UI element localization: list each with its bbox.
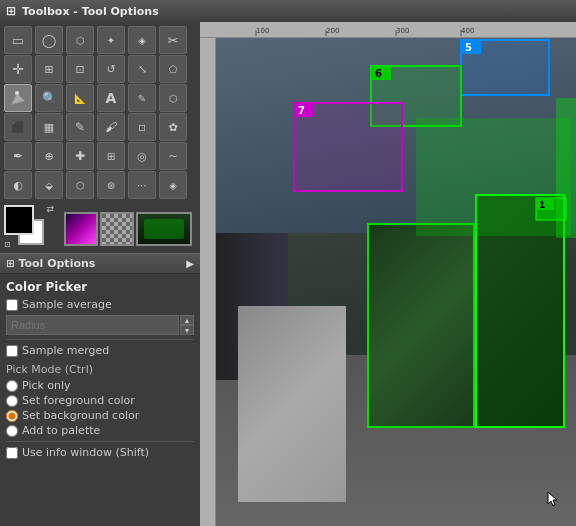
- sample-merged-label: Sample merged: [22, 344, 109, 357]
- color-picker-title: Color Picker: [6, 280, 194, 294]
- eraser-tool[interactable]: ▫: [128, 113, 156, 141]
- ruler-left: [200, 38, 216, 526]
- main-area: ▭ ◯ ⬡ ✦ ◈ ✂ ✛ ⊞ ⊡ ↺ ⤡ ⬠ 🔍 📐 A ✎ ⬡: [0, 22, 576, 526]
- pattern-swatches: [60, 209, 196, 249]
- set-fg-label: Set foreground color: [22, 394, 135, 407]
- heal-tool[interactable]: ✚: [66, 142, 94, 170]
- paintbrush-tool[interactable]: 🖌: [97, 113, 125, 141]
- ink-tool[interactable]: ✒: [4, 142, 32, 170]
- pick-only-radio[interactable]: [6, 380, 18, 392]
- sample-average-label: Sample average: [22, 298, 112, 311]
- clone-tool[interactable]: ⊕: [35, 142, 63, 170]
- add-palette-radio[interactable]: [6, 425, 18, 437]
- select-by-color-tool[interactable]: ◈: [128, 26, 156, 54]
- pick-mode-label: Pick Mode (Ctrl): [6, 363, 194, 376]
- svg-point-0: [15, 91, 19, 95]
- titlebar-title: Toolbox - Tool Options: [22, 5, 159, 18]
- radius-input[interactable]: [6, 315, 179, 335]
- scissors-select-tool[interactable]: ✂: [159, 26, 187, 54]
- color-picker-tool[interactable]: [4, 84, 32, 112]
- header-left: ⊞ Tool Options: [6, 257, 95, 270]
- sample-merged-checkbox[interactable]: [6, 345, 18, 357]
- rotate-tool[interactable]: ↺: [97, 55, 125, 83]
- tool-placeholder-4[interactable]: ⋯: [128, 171, 156, 199]
- perspective-clone-tool[interactable]: ⊞: [97, 142, 125, 170]
- tool-placeholder-2[interactable]: ⬡: [66, 171, 94, 199]
- pick-only-row: Pick only: [6, 379, 194, 392]
- set-fg-row: Set foreground color: [6, 394, 194, 407]
- toolbox-panel: ▭ ◯ ⬡ ✦ ◈ ✂ ✛ ⊞ ⊡ ↺ ⤡ ⬠ 🔍 📐 A ✎ ⬡: [0, 22, 200, 526]
- tool-options-icon: ⊞: [6, 258, 14, 269]
- foreground-color-swatch[interactable]: [4, 205, 34, 235]
- smudge-tool[interactable]: ~: [159, 142, 187, 170]
- set-fg-radio[interactable]: [6, 395, 18, 407]
- radius-row: ▲ ▼: [6, 315, 194, 335]
- foreground-pattern-swatch[interactable]: [64, 212, 98, 246]
- active-brush-swatch[interactable]: [136, 212, 192, 246]
- set-bg-radio[interactable]: [6, 410, 18, 422]
- set-bg-row: Set background color: [6, 409, 194, 422]
- color-area: ⇄ ⊡: [0, 203, 200, 253]
- rect-select-tool[interactable]: ▭: [4, 26, 32, 54]
- divider-1: [6, 339, 194, 340]
- paths-tool[interactable]: ⬡: [159, 84, 187, 112]
- sample-merged-row: Sample merged: [6, 344, 194, 357]
- ruler-top: 100 200 300 400: [200, 22, 576, 38]
- zoom-tool[interactable]: 🔍: [35, 84, 63, 112]
- titlebar: ⊞ Toolbox - Tool Options: [0, 0, 576, 22]
- shear-tool[interactable]: ⬠: [159, 55, 187, 83]
- divider-2: [6, 441, 194, 442]
- gedit-tool[interactable]: ✎: [128, 84, 156, 112]
- crop-tool[interactable]: ⊡: [66, 55, 94, 83]
- free-select-tool[interactable]: ⬡: [66, 26, 94, 54]
- canvas-area[interactable]: 100 200 300 400: [200, 22, 576, 526]
- radius-spinner: ▲ ▼: [180, 315, 194, 335]
- radius-down-button[interactable]: ▼: [180, 325, 194, 335]
- tool-grid: ▭ ◯ ⬡ ✦ ◈ ✂ ✛ ⊞ ⊡ ↺ ⤡ ⬠ 🔍 📐 A ✎ ⬡: [0, 22, 200, 203]
- add-palette-row: Add to palette: [6, 424, 194, 437]
- use-info-checkbox[interactable]: [6, 447, 18, 459]
- use-info-label: Use info window (Shift): [22, 446, 149, 459]
- set-bg-label: Set background color: [22, 409, 139, 422]
- fuzzy-select-tool[interactable]: ✦: [97, 26, 125, 54]
- pick-only-label: Pick only: [22, 379, 71, 392]
- ruler-ticks-svg: [216, 22, 576, 36]
- tool-placeholder-1[interactable]: ⬙: [35, 171, 63, 199]
- tool-options-collapse[interactable]: ▶: [186, 258, 194, 269]
- measure-tool[interactable]: 📐: [66, 84, 94, 112]
- tool-options-body: Color Picker Sample average ▲ ▼ Sample m…: [0, 274, 200, 526]
- titlebar-icon: ⊞: [6, 4, 16, 18]
- tool-options-title: Tool Options: [18, 257, 95, 270]
- background-pattern-swatch[interactable]: [100, 212, 134, 246]
- use-info-row: Use info window (Shift): [6, 446, 194, 459]
- tool-options-header: ⊞ Tool Options ▶: [0, 253, 200, 274]
- tool-placeholder-5[interactable]: ◈: [159, 171, 187, 199]
- tool-placeholder-3[interactable]: ⊛: [97, 171, 125, 199]
- radius-up-button[interactable]: ▲: [180, 315, 194, 325]
- bucket-fill-tool[interactable]: ⬛: [4, 113, 32, 141]
- sample-average-row: Sample average: [6, 298, 194, 311]
- add-palette-label: Add to palette: [22, 424, 100, 437]
- dodge-burn-tool[interactable]: ◐: [4, 171, 32, 199]
- surveillance-image[interactable]: 5 6 7 1: [216, 38, 576, 526]
- pencil-tool[interactable]: ✎: [66, 113, 94, 141]
- text-tool[interactable]: A: [97, 84, 125, 112]
- move-tool[interactable]: ✛: [4, 55, 32, 83]
- swap-colors-button[interactable]: ⇄: [46, 205, 54, 214]
- ellipse-select-tool[interactable]: ◯: [35, 26, 63, 54]
- scale-tool[interactable]: ⤡: [128, 55, 156, 83]
- pick-mode-section: Pick Mode (Ctrl) Pick only Set foregroun…: [6, 363, 194, 437]
- blend-tool[interactable]: ▦: [35, 113, 63, 141]
- reset-colors-button[interactable]: ⊡: [4, 240, 11, 249]
- color-swatches: ⇄ ⊡: [4, 205, 54, 249]
- airbrush-tool[interactable]: ✿: [159, 113, 187, 141]
- align-tool[interactable]: ⊞: [35, 55, 63, 83]
- blur-sharpen-tool[interactable]: ◎: [128, 142, 156, 170]
- sample-average-checkbox[interactable]: [6, 299, 18, 311]
